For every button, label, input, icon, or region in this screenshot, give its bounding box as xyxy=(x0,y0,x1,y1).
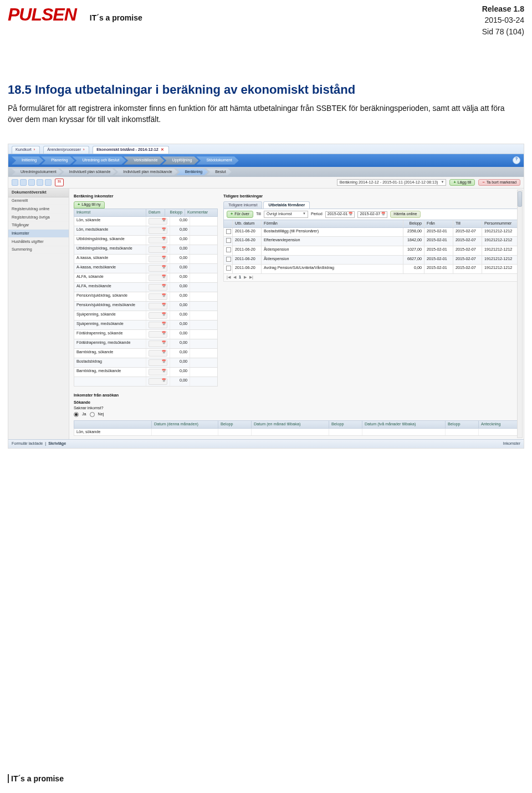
cell-kommentar[interactable] xyxy=(190,321,217,329)
cell[interactable] xyxy=(252,429,329,436)
sidebar-item[interactable]: Inkomster xyxy=(8,230,69,238)
cell[interactable] xyxy=(329,429,362,436)
chip-individuell-medsokande[interactable]: Individuell plan medsökande xyxy=(114,169,177,175)
cell-kommentar[interactable] xyxy=(190,339,217,348)
income-row[interactable]: Utbildningsbidrag, medsökande0,00 xyxy=(74,245,218,255)
save-icon[interactable] xyxy=(12,179,18,186)
cell-belopp[interactable]: 0,00 xyxy=(170,236,190,245)
income-row[interactable]: Föräldrapenning, sökande0,00 xyxy=(74,330,218,339)
col-forman[interactable]: Förmån xyxy=(262,220,403,227)
income-row[interactable]: Sjukpenning, medsökande0,00 xyxy=(74,321,218,330)
cell-kommentar[interactable] xyxy=(190,377,217,386)
cell-kommentar[interactable] xyxy=(190,311,217,320)
cell-kommentar[interactable] xyxy=(190,283,217,292)
step-initiering[interactable]: Initiering xyxy=(12,156,43,165)
refresh-icon[interactable] xyxy=(20,179,27,186)
cell-kommentar[interactable] xyxy=(190,302,217,311)
cell-belopp[interactable]: 0,00 xyxy=(170,283,190,292)
cell[interactable] xyxy=(152,429,218,436)
cell-datum[interactable] xyxy=(146,283,170,292)
cell-belopp[interactable]: 0,00 xyxy=(170,339,190,348)
sidebar-item[interactable]: Tillgångar xyxy=(8,222,69,230)
cell-belopp[interactable]: 0,00 xyxy=(170,292,190,301)
pager-last[interactable]: ▶| xyxy=(249,275,253,280)
cell-kommentar[interactable] xyxy=(190,236,217,245)
cell-kommentar[interactable] xyxy=(190,264,217,273)
cell-kommentar[interactable] xyxy=(190,255,217,263)
chip-utredningsdokument[interactable]: Utredningsdokument xyxy=(12,169,62,175)
cell-belopp[interactable]: 0,00 xyxy=(170,273,190,282)
scrollbar-thumb[interactable] xyxy=(518,191,522,207)
cell-datum[interactable] xyxy=(146,217,170,226)
col-utb-datum[interactable]: Utb. datum xyxy=(233,220,262,227)
remove-period-button[interactable]: −Ta bort markerad xyxy=(478,179,520,186)
income-row[interactable]: Bostadsbidrag0,00 xyxy=(74,358,218,368)
col-datum-tva[interactable]: Datum (två månader tillbaka) xyxy=(362,421,446,428)
cell-kommentar[interactable] xyxy=(190,349,217,358)
income-row[interactable]: Utbildningsbidrag, sökande0,00 xyxy=(74,236,218,245)
cell-kommentar[interactable] xyxy=(190,330,217,339)
tab-kundkort[interactable]: Kundkort› xyxy=(12,146,40,154)
cell-datum[interactable] xyxy=(146,302,170,311)
cell-belopp[interactable]: 0,00 xyxy=(170,311,190,320)
cell[interactable] xyxy=(446,429,479,436)
income-row[interactable]: Lön, medsökande0,00 xyxy=(74,226,218,236)
income-row[interactable]: A-kassa, medsökande0,00 xyxy=(74,264,218,273)
close-icon[interactable]: ✕ xyxy=(161,148,164,152)
step-utredning-beslut[interactable]: Utredning och Beslut xyxy=(73,156,126,165)
step-planering[interactable]: Planering xyxy=(41,156,74,165)
col-kommentar[interactable]: Kommentar xyxy=(185,209,217,216)
cell-datum[interactable] xyxy=(146,292,170,301)
cell[interactable] xyxy=(218,429,252,436)
cell-belopp[interactable]: 0,00 xyxy=(170,321,190,329)
close-icon[interactable]: › xyxy=(34,148,35,152)
cell-datum[interactable] xyxy=(146,255,170,263)
forman-row[interactable]: 2011-06-20Ålderspension1027,002015-02-01… xyxy=(223,246,519,256)
step-stoddokument[interactable]: Stöddokument xyxy=(196,156,238,165)
income-row[interactable]: A-kassa, sökande0,00 xyxy=(74,255,218,264)
subtab-tidigare-inkomst[interactable]: Tidigare inkomst xyxy=(223,201,262,209)
col-belopp[interactable]: Belopp xyxy=(403,220,424,227)
step-verkstallande[interactable]: Verkställande xyxy=(124,156,164,165)
cell-belopp[interactable]: 0,00 xyxy=(170,349,190,358)
cell-belopp[interactable]: 0,00 xyxy=(170,302,190,311)
income-row[interactable]: Barnbidrag, sökande0,00 xyxy=(74,349,218,358)
fetch-online-button[interactable]: Hämta online xyxy=(390,211,420,218)
cell-belopp[interactable]: 0,00 xyxy=(170,377,190,386)
sidebar-item[interactable]: Hushållets utgifter xyxy=(8,238,69,246)
income-row[interactable]: 0,00 xyxy=(74,377,218,387)
cell-belopp[interactable]: 0,00 xyxy=(170,330,190,339)
subtab-utbetalda-formaner[interactable]: Utbetalda förmåner xyxy=(263,201,310,209)
cell[interactable] xyxy=(479,429,519,436)
cell-datum[interactable] xyxy=(146,339,170,348)
pager-first[interactable]: |◀ xyxy=(227,275,231,280)
cell-belopp[interactable]: 0,00 xyxy=(170,264,190,273)
forman-row[interactable]: 2011-06-20Efterlevandepension1842,002015… xyxy=(223,237,519,246)
cell-belopp[interactable]: 0,00 xyxy=(170,245,190,254)
cell-datum[interactable] xyxy=(146,368,170,377)
col-till[interactable]: Till xyxy=(453,220,482,227)
tab-arenden[interactable]: Ärenden/processer› xyxy=(43,146,89,154)
cell-kommentar[interactable] xyxy=(190,358,217,367)
chip-individuell-sokande[interactable]: Individuell plan sökande xyxy=(60,169,116,175)
cell-datum[interactable] xyxy=(146,245,170,254)
step-uppfoljning[interactable]: Uppföljning xyxy=(162,156,198,165)
col-personnummer[interactable]: Personnummer xyxy=(482,220,519,227)
income-row[interactable]: Pension/sjukbidrag, sökande0,00 xyxy=(74,292,218,302)
col-datum-en[interactable]: Datum (en månad tillbaka) xyxy=(252,421,329,428)
cell-datum[interactable] xyxy=(146,236,170,245)
cell-kommentar[interactable] xyxy=(190,292,217,301)
period-select[interactable]: Beräkning 2014-12-12 - 2015-01-11 (2014-… xyxy=(337,179,447,186)
pager-next[interactable]: ▶ xyxy=(244,275,247,280)
income-row[interactable]: Föräldrapenning, medsökande0,00 xyxy=(74,339,218,349)
cell-checkbox[interactable] xyxy=(224,256,233,265)
income-row[interactable]: Pension/sjukbidrag, medsökande0,00 xyxy=(74,302,218,311)
tab-ekonomiskt[interactable]: Ekonomiskt bistånd - 2014-12-12 ✕ xyxy=(93,146,168,154)
cell-checkbox[interactable] xyxy=(224,265,233,273)
cell-kommentar[interactable] xyxy=(190,273,217,282)
cell-belopp[interactable]: 0,00 xyxy=(170,255,190,263)
cell-belopp[interactable]: 0,00 xyxy=(170,368,190,377)
scrollbar[interactable] xyxy=(517,190,523,438)
pager-prev[interactable]: ◀ xyxy=(233,275,236,280)
print-icon[interactable] xyxy=(28,179,35,186)
